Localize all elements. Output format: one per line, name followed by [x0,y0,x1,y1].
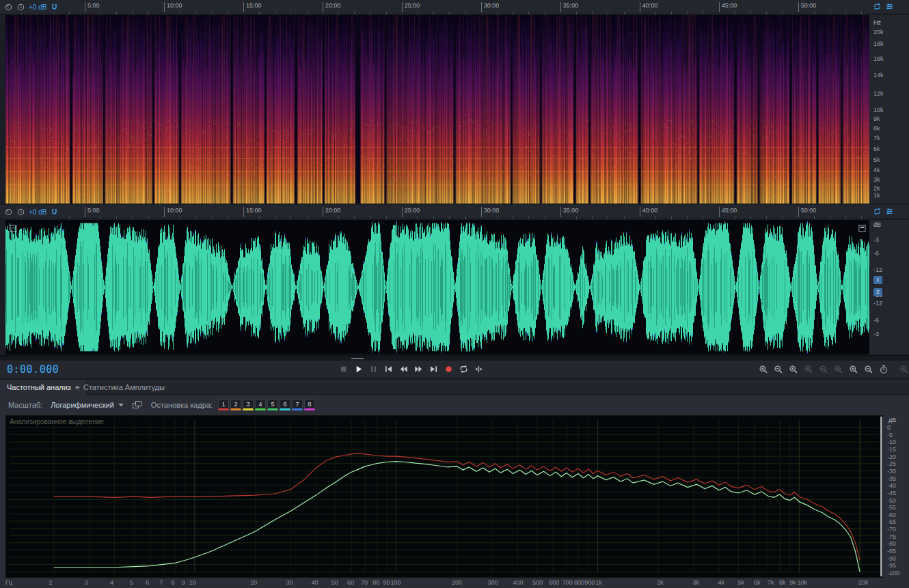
timeline-tick-minor [338,12,339,14]
snapping-magnet-icon[interactable] [50,3,59,12]
channel-badge[interactable]: 2 [873,288,882,296]
waveform-ruler[interactable]: 5:0010:0015:0020:0025:0030:0035:0040:004… [0,205,909,219]
x-tick-label: 1k [596,579,603,586]
tab-label: Статистика Амплитуды [83,383,165,391]
horizontal-zoom-scrollbar[interactable] [0,355,909,361]
gain-knob-icon[interactable] [4,3,13,12]
waveform-timeline[interactable]: 5:0010:0015:0020:0025:0030:0035:0040:004… [5,205,869,219]
frame-hold-8-button[interactable]: 8 [304,400,315,410]
amplitude-scale[interactable]: dB -3-6-12-18-18-12-6-312 [869,220,909,354]
y-tick-label: -85 [887,548,896,555]
zoom-selection-in-point-icon[interactable] [801,363,815,376]
frame-hold-6-button[interactable]: 6 [280,400,290,410]
timeline-tick-minor [290,12,291,14]
gain-knob-icon[interactable] [4,208,13,216]
x-tick-label: 6k [754,579,761,586]
frame-hold-2-button[interactable]: 2 [230,400,241,410]
freq-scale-label: 10k [873,107,884,113]
spectrogram-display[interactable] [5,15,869,204]
time-display[interactable]: 0:00.000 [7,363,59,376]
timeline-tick-minor [624,216,625,219]
panel-handle-icon[interactable] [10,223,17,230]
skip-to-end-button[interactable] [426,363,441,376]
zoom-to-selection-icon[interactable] [786,363,800,376]
frame-hold-3-button[interactable]: 3 [243,400,254,410]
zoom-out-point-icon[interactable] [861,363,876,376]
timeline-tick-minor [100,12,101,14]
play-button[interactable] [351,363,366,376]
copy-graph-button[interactable] [132,400,143,410]
timeline-tick-minor [750,12,751,14]
scale-options-icon[interactable] [885,2,894,11]
move-playhead-button[interactable] [472,363,486,376]
timeline-tick-minor [545,216,545,219]
scale-options-icon[interactable] [885,207,894,216]
panel-maximize-icon[interactable] [858,223,866,230]
fast-forward-button[interactable] [411,363,426,376]
gain-value[interactable]: +0 dB [29,208,46,216]
timeline-tick-minor [465,216,466,219]
channel-badge[interactable]: 1 [873,276,882,284]
gain-value[interactable]: +0 dB [29,3,46,11]
timeline-tick-minor [528,12,529,14]
timeline-tick-minor [861,216,862,219]
timeline-tick-minor [655,12,656,14]
timeline-tick-minor [608,216,608,219]
loop-display-icon[interactable] [873,2,882,11]
tab-amplitude-statistics[interactable]: Статистика Амплитуды [77,380,172,395]
frame-hold-7-button[interactable]: 7 [292,400,303,410]
x-tick-label: 40 [312,579,318,586]
frame-hold-4-button[interactable]: 4 [255,400,266,410]
skip-to-start-button[interactable] [381,363,396,376]
frame-hold-5-button[interactable]: 5 [267,400,278,410]
loop-display-icon[interactable] [873,207,882,216]
timeline-tick-label: 10:00 [164,2,182,12]
clock-icon[interactable] [16,208,25,216]
clock-icon[interactable] [16,3,25,12]
waveform-display[interactable] [5,220,869,354]
y-axis-unit: дБ [888,417,896,423]
frequency-analysis-plot[interactable] [5,415,883,578]
x-tick-label: 300 [487,579,498,586]
pause-button[interactable] [366,363,381,376]
zoom-out-full-icon[interactable] [897,363,909,376]
timeline-tick-minor [592,216,593,219]
waveform-ruler-controls: +0 dB [4,206,63,218]
scale-dropdown[interactable]: Логарифмический [48,400,126,410]
frequency-scale[interactable]: Hz 20k18k16k14k12k10k9k8k7k6k5k4k3k2k1k [869,15,909,204]
frame-hold-1-button[interactable]: 1 [218,400,229,410]
timeline-tick-label: 45:00 [719,2,737,12]
timeline-tick-minor [418,216,418,219]
timeline-tick-label: 5:00 [85,207,100,217]
zoom-in-time-icon[interactable] [756,363,770,376]
plot-vertical-scrollbar[interactable] [880,417,882,576]
record-button[interactable] [442,363,456,376]
transport-bar: 0:00.000 [0,361,909,379]
y-tick-label: -35 [887,475,896,482]
reset-timer-icon[interactable] [876,363,891,376]
timeline-tick-minor [782,216,783,219]
zoom-in-point-icon[interactable] [846,363,860,376]
scrollbar-thumb[interactable] [351,358,364,359]
zoom-selection-out-point-icon[interactable] [816,363,830,376]
y-tick-label: -55 [887,504,896,511]
audition-window: 5:0010:0015:0020:0025:0030:0035:0040:004… [0,0,909,588]
x-tick-label: 7k [768,579,774,586]
timeline-tick-minor [307,216,308,219]
timeline-tick-minor [148,12,149,14]
rewind-button[interactable] [396,363,411,376]
y-tick-label: -60 [887,512,896,518]
zoom-out-time-icon[interactable] [771,363,785,376]
spectrogram-ruler[interactable]: 5:0010:0015:0020:0025:0030:0035:0040:004… [0,0,909,14]
x-tick-label: 50 [331,579,338,586]
spectrogram-timeline[interactable]: 5:0010:0015:0020:0025:0030:0035:0040:004… [5,0,869,14]
snapping-magnet-icon[interactable] [50,208,59,216]
loop-button[interactable] [457,363,471,376]
y-tick-label: -25 [887,460,896,467]
scale-label: Масштаб: [8,401,42,409]
stop-button[interactable] [336,363,351,376]
zoom-in-amplitude-icon[interactable] [831,363,845,376]
tab-frequency-analysis[interactable]: Частотный анализ ≡ [0,380,86,395]
timeline-tick-minor [133,12,133,14]
x-tick-label: 9k [789,579,796,586]
